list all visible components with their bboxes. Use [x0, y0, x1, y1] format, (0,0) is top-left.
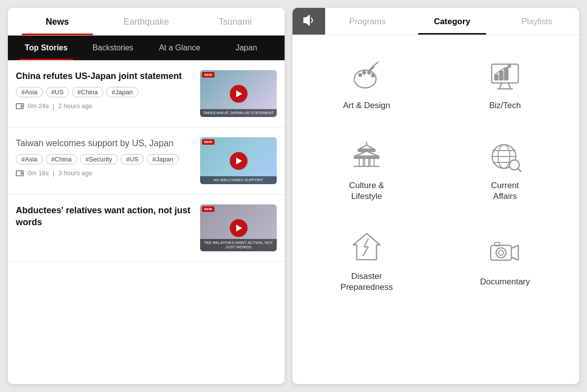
sub-tabs-bar: Top Stories Backstories At a Glance Japa…	[8, 36, 285, 60]
red-badge-2: NHK	[202, 139, 214, 145]
news-title-3: Abductees' relatives want action, not ju…	[16, 204, 193, 229]
separator-2: |	[53, 169, 54, 177]
news-item-3[interactable]: Abductees' relatives want action, not ju…	[8, 195, 285, 262]
red-badge-3: NHK	[202, 206, 214, 212]
thumb-1[interactable]: NHK TAKES AIM AT JAPAN-US STATEMENT	[200, 70, 277, 117]
tag-asia-2[interactable]: #Asia	[16, 154, 43, 164]
subtab-at-a-glance[interactable]: At a Glance	[146, 36, 213, 60]
time-2: 3 hours ago	[58, 169, 92, 177]
biz-tech-icon	[485, 59, 525, 93]
thumb-inner-2: NHK AN WELCOMES SUPPORT	[200, 137, 277, 184]
video-icon-1	[16, 103, 24, 109]
category-culture-lifestyle[interactable]: Culture &Lifestyle	[297, 125, 436, 216]
culture-lifestyle-icon	[347, 139, 386, 173]
thumb-caption-1: TAKES AIM AT JAPAN-US STATEMENT	[200, 109, 277, 117]
tag-japan-2[interactable]: #Japan	[147, 154, 179, 164]
tag-security-2[interactable]: #Security	[80, 154, 118, 164]
svg-rect-21	[359, 158, 363, 166]
category-label-culture-lifestyle: Culture &Lifestyle	[349, 180, 384, 202]
svg-line-31	[518, 168, 521, 171]
svg-line-10	[508, 83, 510, 89]
duration-1: 0m 24s	[28, 102, 49, 110]
category-biz-tech[interactable]: Biz/Tech	[436, 45, 574, 125]
svg-rect-12	[495, 75, 498, 80]
sound-button[interactable]	[293, 8, 325, 35]
tab-earthquake[interactable]: Earthquake	[102, 8, 191, 35]
category-documentary[interactable]: Documentary	[436, 216, 574, 307]
tag-china-1[interactable]: #China	[72, 87, 103, 97]
svg-rect-14	[504, 68, 508, 80]
thumb-3[interactable]: NHK TEE RELATIVES WANT ACTION, NOT JUST …	[200, 204, 277, 251]
subtab-japan[interactable]: Japan	[213, 36, 280, 60]
tag-us-2[interactable]: #US	[121, 154, 144, 164]
category-label-disaster-preparedness: DisasterPreparedness	[340, 271, 393, 293]
news-list: China refutes US-Japan joint statement #…	[8, 60, 285, 379]
category-label-documentary: Documentary	[480, 276, 530, 287]
sound-icon	[302, 13, 316, 30]
category-label-current-affairs: CurrentAffairs	[491, 180, 519, 202]
right-tab-programs[interactable]: Programs	[325, 8, 410, 35]
top-tabs-bar: News Earthquake Tsunami	[8, 8, 285, 36]
subtab-top-stories[interactable]: Top Stories	[13, 36, 80, 60]
news-title-1: China refutes US-Japan joint statement	[16, 70, 193, 82]
video-icon-2	[16, 170, 24, 176]
tab-tsunami[interactable]: Tsunami	[191, 8, 280, 35]
tag-japan-1[interactable]: #Japan	[106, 87, 138, 97]
tag-us-1[interactable]: #US	[46, 87, 69, 97]
app-container: News Earthquake Tsunami Top Stories Back…	[0, 0, 587, 392]
documentary-icon	[485, 235, 525, 270]
news-item-1[interactable]: China refutes US-Japan joint statement #…	[8, 60, 285, 127]
thumb-caption-3: TEE RELATIVES WANT ACTION, NOT JUST WORD…	[200, 239, 277, 251]
svg-point-3	[363, 71, 366, 74]
svg-point-5	[372, 74, 375, 77]
right-tabs-bar: Programs Category Playlists	[293, 8, 579, 35]
svg-point-35	[499, 250, 503, 255]
category-grid: Art & Design	[293, 35, 579, 316]
meta-1: 0m 24s | 2 hours ago	[16, 102, 193, 110]
right-tab-category[interactable]: Category	[410, 8, 494, 35]
play-btn-1[interactable]	[230, 85, 248, 103]
category-disaster-preparedness[interactable]: DisasterPreparedness	[297, 216, 436, 307]
art-design-icon	[347, 59, 386, 93]
tag-asia-1[interactable]: #Asia	[16, 87, 43, 97]
category-art-design[interactable]: Art & Design	[297, 45, 436, 125]
tab-news[interactable]: News	[13, 8, 102, 35]
news-item-2[interactable]: Taiwan welcomes support by US, Japan #As…	[8, 127, 285, 195]
category-label-art-design: Art & Design	[343, 100, 390, 111]
tags-1: #Asia #US #China #Japan	[16, 87, 193, 97]
duration-2: 0m 16s	[28, 169, 49, 177]
right-tab-playlists[interactable]: Playlists	[495, 8, 579, 35]
category-current-affairs[interactable]: CurrentAffairs	[436, 125, 574, 216]
thumb-inner-3: NHK TEE RELATIVES WANT ACTION, NOT JUST …	[200, 204, 277, 251]
svg-rect-13	[500, 71, 503, 80]
time-1: 2 hours ago	[58, 102, 92, 110]
svg-marker-0	[304, 15, 309, 25]
svg-rect-22	[365, 158, 369, 166]
tags-2: #Asia #China #Security #US #Japan	[16, 154, 193, 164]
svg-rect-23	[370, 158, 374, 166]
subtab-backstories[interactable]: Backstories	[80, 36, 146, 60]
tag-china-2[interactable]: #China	[46, 154, 77, 164]
right-panel: Programs Category Playlists	[293, 8, 579, 384]
disaster-preparedness-icon	[347, 230, 386, 264]
svg-line-6	[373, 62, 378, 66]
play-btn-2[interactable]	[230, 152, 248, 170]
thumb-caption-2: AN WELCOMES SUPPORT	[200, 176, 277, 184]
svg-line-9	[500, 83, 502, 89]
thumb-2[interactable]: NHK AN WELCOMES SUPPORT	[200, 137, 277, 184]
separator-1: |	[53, 102, 54, 110]
current-affairs-icon	[485, 139, 525, 173]
meta-2: 0m 16s | 3 hours ago	[16, 169, 193, 177]
play-btn-3[interactable]	[230, 219, 248, 237]
news-text-1: China refutes US-Japan joint statement #…	[16, 70, 193, 110]
red-badge-1: NHK	[202, 72, 214, 78]
svg-point-34	[496, 248, 506, 258]
news-text-3: Abductees' relatives want action, not ju…	[16, 204, 193, 234]
left-panel: News Earthquake Tsunami Top Stories Back…	[8, 8, 285, 384]
svg-point-2	[359, 74, 362, 77]
svg-marker-17	[359, 145, 374, 149]
category-label-biz-tech: Biz/Tech	[489, 100, 521, 111]
news-text-2: Taiwan welcomes support by US, Japan #As…	[16, 137, 193, 177]
svg-point-15	[508, 65, 511, 67]
news-title-2: Taiwan welcomes support by US, Japan	[16, 137, 193, 149]
